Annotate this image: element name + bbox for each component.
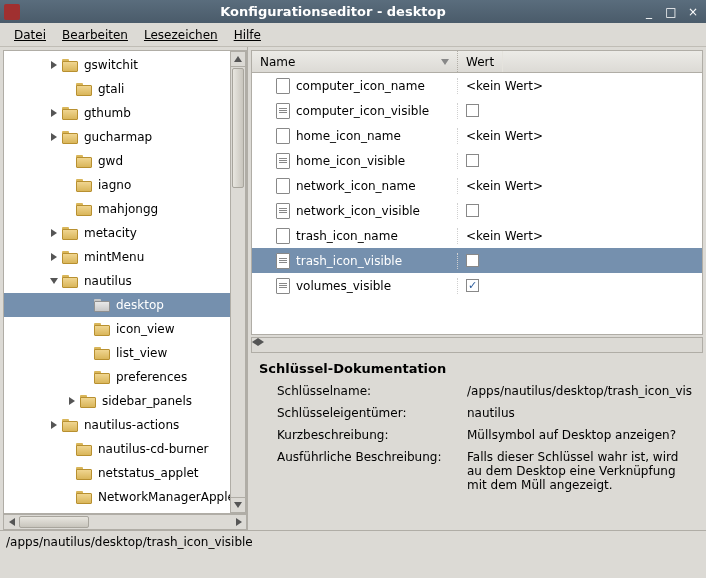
key-value[interactable]: <kein Wert> [458,129,702,143]
doc-label: Schlüsselname: [277,384,467,398]
folder-icon [62,275,78,288]
close-button[interactable]: × [684,4,702,20]
key-value[interactable]: <kein Wert> [458,79,702,93]
key-row-home_icon_visible[interactable]: home_icon_visible [252,148,702,173]
string-key-icon [276,178,290,194]
tree-item-metacity[interactable]: metacity [4,221,246,245]
app-icon [4,4,20,20]
key-value[interactable] [458,279,702,292]
doc-title: Schlüssel-Dokumentation [251,357,703,384]
tree-item-gswitchit[interactable]: gswitchit [4,53,246,77]
key-value[interactable] [458,154,702,167]
expander-icon[interactable] [48,419,60,431]
expander-icon[interactable] [48,59,60,71]
doc-row: Schlüsselname:/apps/nautilus/desktop/tra… [277,384,695,398]
expander-icon[interactable] [48,227,60,239]
checkbox[interactable] [466,254,479,267]
tree-item-NetworkManagerApplet[interactable]: NetworkManagerApplet [4,485,246,509]
tree-item-iagno[interactable]: iagno [4,173,246,197]
menu-bookmarks[interactable]: Lesezeichen [136,25,226,45]
tree-item-mintMenu[interactable]: mintMenu [4,245,246,269]
tree-hscrollbar[interactable] [3,514,247,530]
tree-item-label: gtali [98,82,124,96]
expander-icon[interactable] [48,131,60,143]
tree-item-desktop[interactable]: desktop [4,293,246,317]
key-row-trash_icon_visible[interactable]: trash_icon_visible [252,248,702,273]
tree-item-preferences[interactable]: preferences [4,365,246,389]
string-key-icon [276,78,290,94]
minimize-button[interactable]: _ [640,4,658,20]
folder-icon [62,251,78,264]
expander-icon[interactable] [48,251,60,263]
key-row-volumes_visible[interactable]: volumes_visible [252,273,702,298]
checkbox[interactable] [466,154,479,167]
folder-icon [76,155,92,168]
checkbox[interactable] [466,279,479,292]
titlebar[interactable]: Konfigurationseditor - desktop _ □ × [0,0,706,23]
tree-item-list_view[interactable]: list_view [4,341,246,365]
key-value[interactable] [458,104,702,117]
tree-item-label: gucharmap [84,130,152,144]
folder-icon [62,419,78,432]
bool-key-icon [276,103,290,119]
column-value[interactable]: Wert [458,51,503,72]
key-value[interactable] [458,204,702,217]
tree-view[interactable]: gswitchitgtaligthumbgucharmapgwdiagnomah… [3,50,247,514]
maximize-button[interactable]: □ [662,4,680,20]
key-value[interactable]: <kein Wert> [458,229,702,243]
folder-icon [94,323,110,336]
tree-item-nautilus[interactable]: nautilus [4,269,246,293]
key-value[interactable] [458,254,702,267]
string-key-icon [276,228,290,244]
tree-item-label: nautilus [84,274,132,288]
key-row-home_icon_name[interactable]: home_icon_name<kein Wert> [252,123,702,148]
tree-item-gucharmap[interactable]: gucharmap [4,125,246,149]
key-name: network_icon_visible [296,204,420,218]
expander-icon [62,443,74,455]
key-name: home_icon_name [296,129,401,143]
tree-item-nautilus-cd-burner[interactable]: nautilus-cd-burner [4,437,246,461]
expander-icon[interactable] [48,275,60,287]
tree-item-gtali[interactable]: gtali [4,77,246,101]
menu-help[interactable]: Hilfe [226,25,269,45]
column-name[interactable]: Name [252,51,458,72]
folder-icon [94,347,110,360]
key-row-computer_icon_name[interactable]: computer_icon_name<kein Wert> [252,73,702,98]
tree-item-gwd[interactable]: gwd [4,149,246,173]
key-row-network_icon_visible[interactable]: network_icon_visible [252,198,702,223]
checkbox[interactable] [466,104,479,117]
tree-item-label: preferences [116,370,187,384]
keylist-hscrollbar[interactable] [251,337,703,353]
column-headers[interactable]: Name Wert [252,51,702,73]
tree-item-label: metacity [84,226,137,240]
doc-label: Schlüsseleigentümer: [277,406,467,420]
expander-icon[interactable] [66,395,78,407]
folder-icon [76,491,92,504]
tree-item-mahjongg[interactable]: mahjongg [4,197,246,221]
doc-row: Schlüsseleigentümer:nautilus [277,406,695,420]
key-name: volumes_visible [296,279,391,293]
folder-icon [76,443,92,456]
expander-icon [80,347,92,359]
menu-edit[interactable]: Bearbeiten [54,25,136,45]
doc-value: /apps/nautilus/desktop/trash_icon_vis [467,384,695,398]
tree-item-netstatus_applet[interactable]: netstatus_applet [4,461,246,485]
key-list[interactable]: Name Wert computer_icon_name<kein Wert>c… [251,50,703,335]
key-row-network_icon_name[interactable]: network_icon_name<kein Wert> [252,173,702,198]
expander-icon[interactable] [48,107,60,119]
tree-item-label: icon_view [116,322,175,336]
tree-item-label: NetworkManagerApplet [98,490,240,504]
tree-item-icon_view[interactable]: icon_view [4,317,246,341]
menu-file[interactable]: Datei [6,25,54,45]
key-value[interactable]: <kein Wert> [458,179,702,193]
key-row-computer_icon_visible[interactable]: computer_icon_visible [252,98,702,123]
bool-key-icon [276,278,290,294]
tree-item-sidebar_panels[interactable]: sidebar_panels [4,389,246,413]
tree-item-gthumb[interactable]: gthumb [4,101,246,125]
checkbox[interactable] [466,204,479,217]
tree-vscrollbar[interactable] [230,51,246,513]
tree-item-nautilus-actions[interactable]: nautilus-actions [4,413,246,437]
folder-icon [62,131,78,144]
key-row-trash_icon_name[interactable]: trash_icon_name<kein Wert> [252,223,702,248]
doc-row: Kurzbeschreibung:Müllsymbol auf Desktop … [277,428,695,442]
